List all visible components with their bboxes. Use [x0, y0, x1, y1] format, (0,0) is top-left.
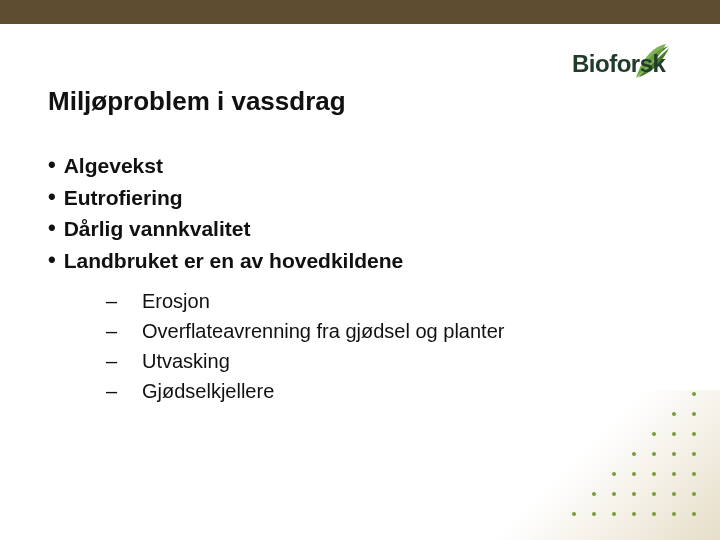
- list-item: • Algevekst: [48, 150, 648, 182]
- bullet-text: Eutrofiering: [64, 182, 183, 214]
- list-item: • Eutrofiering: [48, 182, 648, 214]
- bullet-text: Algevekst: [64, 150, 163, 182]
- top-bar: [0, 0, 720, 24]
- list-item: – Overflateavrenning fra gjødsel og plan…: [106, 316, 648, 346]
- bullet-text: Landbruket er en av hovedkildene: [64, 245, 404, 277]
- sub-bullet-text: Erosjon: [142, 286, 210, 316]
- bullet-text: Dårlig vannkvalitet: [64, 213, 251, 245]
- dash-icon: –: [106, 376, 142, 406]
- bullet-icon: •: [48, 182, 56, 213]
- sub-bullet-text: Overflateavrenning fra gjødsel og plante…: [142, 316, 504, 346]
- brand-name: Bioforsk: [572, 50, 665, 78]
- dash-icon: –: [106, 316, 142, 346]
- bullet-icon: •: [48, 213, 56, 244]
- dash-icon: –: [106, 346, 142, 376]
- dot-grid-decoration: [564, 384, 704, 524]
- sub-bullet-text: Gjødselkjellere: [142, 376, 274, 406]
- brand-logo: Bioforsk: [572, 44, 702, 84]
- list-item: – Erosjon: [106, 286, 648, 316]
- list-item: • Dårlig vannkvalitet: [48, 213, 648, 245]
- slide-title: Miljøproblem i vassdrag: [48, 86, 346, 117]
- dash-icon: –: [106, 286, 142, 316]
- bullet-icon: •: [48, 245, 56, 276]
- bullet-icon: •: [48, 150, 56, 181]
- list-item: • Landbruket er en av hovedkildene: [48, 245, 648, 277]
- bullet-list: • Algevekst • Eutrofiering • Dårlig vann…: [48, 150, 648, 406]
- sub-bullet-text: Utvasking: [142, 346, 230, 376]
- list-item: – Utvasking: [106, 346, 648, 376]
